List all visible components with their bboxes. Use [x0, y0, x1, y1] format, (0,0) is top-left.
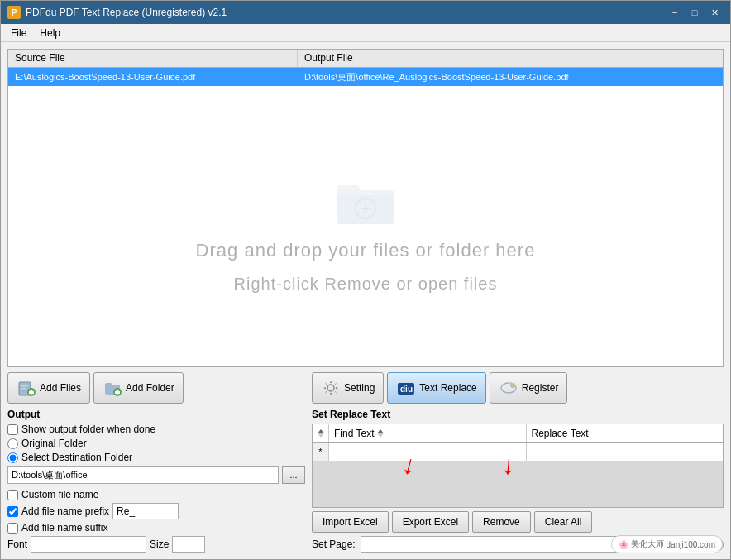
bottom-area: Add Files Add Folder — [7, 372, 724, 553]
replace-col-header: Replace Text — [527, 424, 724, 442]
replace-row: * — [313, 443, 723, 461]
dest-path-row: D:\tools\桌面\office ... — [7, 466, 305, 484]
setting-button[interactable]: Setting — [312, 372, 384, 404]
custom-name-row: Custom file name — [7, 489, 305, 500]
maximize-button[interactable]: □ — [686, 5, 704, 20]
original-folder-label: Original Folder — [22, 438, 87, 449]
setting-icon — [321, 378, 341, 398]
size-input[interactable] — [172, 536, 205, 553]
register-label: Register — [522, 382, 559, 394]
output-cell: D:\tools\桌面\office\Re_Auslogics-BoostSpe… — [298, 71, 576, 84]
text-replace-button[interactable]: diu Text Replace — [387, 372, 485, 404]
sort-col — [313, 424, 329, 442]
select-dest-radio[interactable] — [7, 452, 18, 463]
clear-all-button[interactable]: Clear All — [534, 511, 593, 533]
show-output-checkbox[interactable] — [7, 424, 18, 435]
output-header: Output File — [298, 50, 360, 67]
prefix-checkbox[interactable] — [7, 506, 18, 517]
set-replace-label: Set Replace Text — [312, 409, 724, 420]
replace-table: Find Text Replace Text * — [312, 424, 724, 508]
file-list-header: Source File Output File — [8, 50, 723, 68]
original-folder-radio[interactable] — [7, 438, 18, 449]
suffix-checkbox[interactable] — [7, 523, 18, 534]
title-buttons: − □ ✕ — [666, 5, 724, 20]
svg-marker-19 — [377, 429, 384, 433]
folder-icon — [332, 177, 399, 227]
size-label: Size — [150, 538, 169, 550]
svg-rect-8 — [29, 391, 34, 394]
svg-marker-20 — [377, 433, 384, 438]
svg-rect-4 — [22, 385, 28, 387]
remove-button[interactable]: Remove — [472, 511, 531, 533]
suffix-label: Add file name suffix — [22, 522, 108, 534]
setting-label: Setting — [344, 382, 375, 394]
select-dest-row: Select Destination Folder — [7, 452, 305, 463]
replace-row-replace — [527, 443, 724, 461]
svg-point-12 — [327, 385, 334, 391]
source-cell: E:\Auslogics-BoostSpeed-13-User-Guide.pd… — [8, 72, 298, 82]
custom-name-checkbox[interactable] — [7, 490, 18, 500]
source-header: Source File — [8, 50, 298, 67]
add-files-button[interactable]: Add Files — [7, 372, 90, 404]
right-toolbar: Setting diu Text Replace — [312, 372, 724, 404]
table-row[interactable]: E:\Auslogics-BoostSpeed-13-User-Guide.pd… — [8, 68, 723, 86]
watermark-sub: danji100.com — [666, 540, 715, 549]
replace-table-header: Find Text Replace Text — [313, 424, 723, 443]
add-folder-button[interactable]: Add Folder — [93, 372, 184, 404]
find-col-header: Find Text — [329, 424, 527, 442]
register-button[interactable]: Register — [490, 372, 568, 404]
register-icon — [499, 378, 518, 398]
export-excel-button[interactable]: Export Excel — [392, 511, 469, 533]
add-folder-icon — [103, 378, 122, 398]
replace-row-find — [329, 443, 527, 461]
browse-button[interactable]: ... — [282, 466, 305, 484]
title-bar-left: P PDFdu PDF Text Replace (Unregistered) … — [7, 6, 227, 19]
drop-text-1: Drag and drop your files or folder here — [196, 240, 536, 261]
prefix-row: Add file name prefix — [7, 503, 305, 519]
svg-rect-5 — [22, 388, 26, 390]
svg-marker-17 — [318, 429, 324, 433]
show-output-row: Show output folder when done — [7, 424, 305, 435]
output-label: Output — [7, 409, 305, 420]
window-title: PDFdu PDF Text Replace (Unregistered) v2… — [26, 7, 227, 18]
main-content: Source File Output File E:\Auslogics-Boo… — [1, 42, 730, 559]
add-files-icon — [17, 378, 36, 398]
export-arrow-icon: ↓ — [501, 451, 517, 478]
menu-help[interactable]: Help — [33, 26, 67, 41]
font-input[interactable] — [31, 536, 146, 553]
replace-table-body: * — [313, 443, 723, 507]
output-section: Output Show output folder when done Orig… — [7, 409, 305, 553]
main-window: P PDFdu PDF Text Replace (Unregistered) … — [0, 0, 731, 560]
import-excel-button[interactable]: Import Excel — [312, 511, 389, 533]
watermark-icon: 🌸 — [619, 540, 628, 549]
show-output-label: Show output folder when done — [22, 424, 155, 435]
menu-bar: File Help — [1, 24, 730, 42]
title-bar: P PDFdu PDF Text Replace (Unregistered) … — [1, 1, 730, 24]
app-icon: P — [7, 6, 21, 19]
font-label: Font — [7, 538, 27, 550]
svg-rect-11 — [115, 391, 120, 394]
suffix-row: Add file name suffix — [7, 522, 305, 534]
font-row: Font Size — [7, 536, 305, 553]
set-replace-section: Set Replace Text Find Text — [312, 409, 724, 553]
menu-file[interactable]: File — [4, 26, 33, 41]
left-toolbar: Add Files Add Folder — [7, 372, 305, 404]
replace-button-row: Import Excel Export Excel Remove Clear A… — [312, 511, 724, 533]
svg-marker-18 — [318, 433, 324, 438]
prefix-label: Add file name prefix — [22, 505, 109, 517]
select-dest-label: Select Destination Folder — [22, 452, 132, 463]
set-page-label: Set Page: — [312, 538, 356, 550]
close-button[interactable]: ✕ — [705, 5, 724, 20]
watermark-badge: 🌸 美化大师 danji100.com — [611, 535, 723, 553]
drop-zone[interactable]: Drag and drop your files or folder here … — [8, 86, 723, 367]
text-replace-label: Text Replace — [419, 382, 476, 394]
text-replace-icon: diu — [396, 378, 416, 398]
dest-path-input[interactable]: D:\tools\桌面\office — [7, 466, 279, 484]
replace-row-num: * — [313, 443, 329, 461]
add-folder-label: Add Folder — [126, 382, 174, 394]
drop-text-2: Right-click Remove or open files — [234, 275, 498, 294]
prefix-input[interactable] — [112, 503, 179, 519]
left-panel: Add Files Add Folder — [7, 372, 305, 553]
minimize-button[interactable]: − — [666, 5, 684, 20]
file-list-panel: Source File Output File E:\Auslogics-Boo… — [7, 49, 724, 367]
